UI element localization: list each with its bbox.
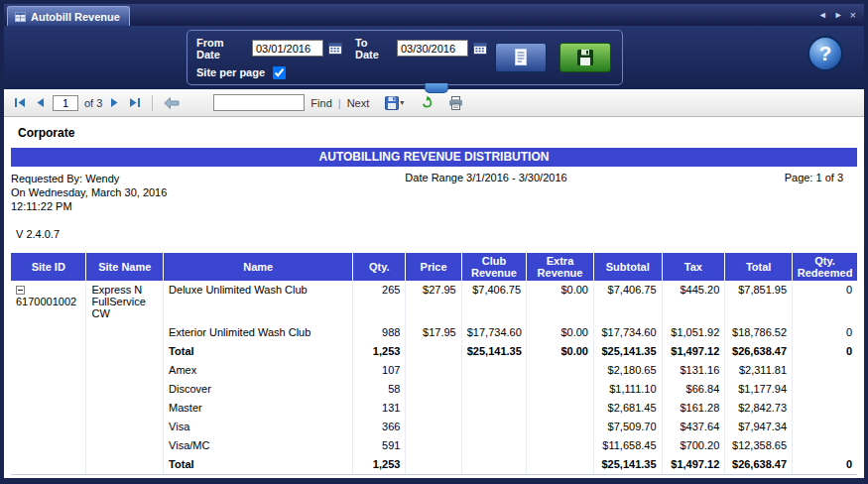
export-button[interactable]: ▾ — [383, 94, 406, 112]
run-report-button[interactable] — [495, 43, 547, 72]
revenue-table: Site IDSite NameNameQty.PriceClub Revenu… — [11, 253, 857, 475]
table-cell: $1,497.12 — [662, 342, 725, 361]
table-row: Total1,253$25,141.35$1,497.12$26,638.470 — [11, 455, 857, 475]
version-label: V 2.4.0.7 — [16, 228, 864, 240]
table-cell — [86, 418, 164, 436]
table-cell: 988 — [353, 323, 406, 342]
tab-autobill-revenue[interactable]: Autobill Revenue — [7, 6, 130, 26]
from-date-calendar-button[interactable] — [328, 42, 342, 55]
column-header: Total — [725, 253, 793, 281]
report-meta: Requested By: Wendy On Wednesday, March … — [11, 172, 857, 213]
refresh-button[interactable] — [418, 93, 436, 112]
from-date-input[interactable] — [252, 40, 323, 57]
table-cell: $445.20 — [662, 281, 725, 323]
previous-page-button[interactable] — [34, 95, 47, 110]
table-header-row: Site IDSite NameNameQty.PriceClub Revenu… — [11, 253, 857, 281]
find-text-input[interactable] — [213, 94, 305, 111]
column-header: Name — [164, 253, 353, 281]
table-cell — [86, 399, 164, 418]
table-cell — [11, 323, 86, 342]
revenue-table-wrap: Site IDSite NameNameQty.PriceClub Revenu… — [11, 253, 857, 475]
column-header: Tax — [662, 253, 725, 281]
to-date-calendar-button[interactable] — [473, 42, 487, 55]
table-cell — [11, 361, 86, 380]
page-number-input[interactable] — [53, 95, 78, 111]
table-cell: $18,786.52 — [725, 323, 793, 342]
table-cell: Visa/MC — [164, 436, 353, 455]
close-tab-icon[interactable]: × — [850, 9, 856, 21]
table-cell: $7,406.75 — [461, 281, 526, 323]
table-cell: 58 — [353, 380, 406, 399]
table-row: Exterior Unlimited Wash Club988$17.95$17… — [11, 323, 857, 342]
scroll-tabs-left-icon[interactable]: ◄ — [818, 10, 827, 20]
table-cell — [11, 342, 86, 361]
scroll-tabs-right-icon[interactable]: ► — [834, 10, 843, 20]
back-to-parent-report-button[interactable] — [162, 95, 182, 111]
date-filter-group: From Date To Date Site per page — [186, 30, 623, 85]
table-row: 6170001002Express N FullService CWDeluxe… — [11, 281, 857, 323]
table-cell — [86, 436, 164, 455]
report-toolbar: of 3 Find | Next ▾ — [4, 89, 864, 117]
table-cell: 591 — [353, 436, 406, 455]
table-cell — [527, 380, 594, 399]
table-cell: 0 — [793, 281, 857, 323]
table-cell: Visa — [164, 418, 353, 436]
question-mark-icon: ? — [819, 42, 832, 65]
table-cell — [793, 418, 857, 436]
first-page-button[interactable] — [12, 95, 28, 110]
find-next-link[interactable]: Next — [347, 97, 370, 109]
parameter-panel-collapse-handle[interactable] — [425, 83, 448, 93]
table-cell — [793, 380, 857, 399]
save-button[interactable] — [559, 43, 611, 72]
table-cell — [86, 380, 164, 399]
column-header: Site Name — [86, 253, 164, 281]
table-cell: 1,253 — [353, 455, 406, 475]
table-cell: $131.16 — [662, 361, 725, 380]
save-disk-icon — [575, 48, 595, 67]
table-cell — [527, 399, 594, 418]
help-button[interactable]: ? — [807, 36, 843, 71]
table-cell: 1,253 — [353, 342, 406, 361]
last-page-button[interactable] — [127, 95, 143, 110]
table-cell: $0.00 — [527, 281, 594, 323]
report-document-icon — [511, 48, 531, 67]
table-cell: $17,734.60 — [461, 323, 526, 342]
table-cell — [11, 418, 86, 436]
table-cell: 107 — [353, 361, 406, 380]
filter-bar: From Date To Date Site per page — [4, 26, 864, 89]
report-grid-icon — [15, 12, 26, 22]
table-cell — [793, 436, 857, 455]
table-cell: $0.00 — [527, 342, 594, 361]
collapse-row-icon[interactable] — [16, 286, 25, 295]
table-row: Visa366$7,509.70$437.64$7,947.34 — [11, 418, 857, 436]
table-cell — [86, 323, 164, 342]
table-row: Visa/MC591$11,658.45$700.20$12,358.65 — [11, 436, 857, 455]
column-header: Qty. — [353, 253, 406, 281]
page-info-label: Page: 1 of 3 — [708, 172, 857, 213]
table-cell: Master — [164, 399, 353, 418]
table-cell — [527, 455, 594, 475]
column-header: Club Revenue — [461, 253, 526, 281]
table-cell: $25,141.35 — [593, 455, 662, 475]
table-cell — [86, 361, 164, 380]
column-header: Subtotal — [593, 253, 662, 281]
table-cell: Total — [164, 455, 353, 475]
table-cell: 0 — [793, 342, 857, 361]
table-cell — [406, 455, 461, 475]
column-header: Site ID — [11, 253, 86, 281]
table-cell: $1,177.94 — [725, 380, 793, 399]
site-per-page-checkbox[interactable] — [273, 66, 286, 79]
table-cell: Express N FullService CW — [86, 281, 164, 323]
table-row: Master131$2,681.45$161.28$2,842.73 — [11, 399, 857, 418]
next-page-button[interactable] — [108, 95, 121, 110]
to-date-label: To Date — [355, 37, 392, 60]
site-per-page-label: Site per page — [196, 66, 265, 78]
print-button[interactable] — [446, 94, 465, 112]
requested-by-label: Requested By: Wendy — [11, 172, 264, 185]
table-cell: Deluxe Unlimited Wash Club — [164, 281, 353, 323]
find-link[interactable]: Find — [310, 97, 331, 109]
table-cell — [461, 418, 526, 436]
report-body: Corporate AUTOBILLING REVENUE DISTRIBUTI… — [4, 117, 864, 478]
tab-bar-controls: ◄ ► × — [818, 9, 861, 26]
to-date-input[interactable] — [397, 40, 468, 57]
